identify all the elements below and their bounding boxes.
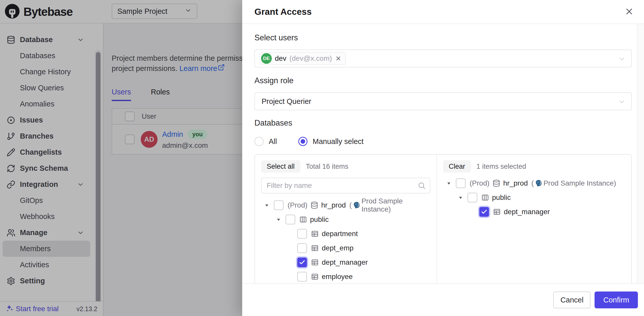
- tree-caret[interactable]: [265, 201, 274, 210]
- checkbox-hr-prod[interactable]: [456, 178, 466, 188]
- environment-label: (Prod): [288, 201, 307, 209]
- remove-user-icon[interactable]: [335, 55, 342, 62]
- avatar: DE: [261, 53, 272, 64]
- tree-node-name: public: [310, 215, 329, 224]
- tablegrid-icon: [311, 230, 319, 238]
- tablegrid-icon: [311, 244, 319, 252]
- clear-button[interactable]: Clear: [443, 160, 471, 173]
- checkbox-dept-manager[interactable]: [479, 207, 489, 217]
- databases-radio-group: All Manually select: [254, 137, 632, 146]
- checkbox-hr-prod[interactable]: [274, 200, 284, 210]
- instance-label: Prod Sample Instance): [362, 197, 430, 213]
- chevron-down-icon: [618, 98, 626, 106]
- tree-caret-spacer: [288, 258, 297, 267]
- database-icon: [311, 201, 318, 209]
- filter-by-name-input[interactable]: [261, 178, 430, 193]
- assign-role-select[interactable]: Project Querier: [254, 92, 632, 110]
- tree-caret-spacer: [288, 244, 297, 253]
- tree-node-name: public: [492, 193, 511, 202]
- selected-count-label: 1 items selected: [476, 163, 526, 171]
- selected-user-email: (dev@x.com): [289, 54, 332, 63]
- tree-caret-spacer: [288, 229, 297, 238]
- caret-icon: [458, 196, 463, 200]
- select-users-label: Select users: [254, 33, 632, 42]
- database-icon: [493, 179, 500, 187]
- checkbox-public[interactable]: [286, 215, 295, 224]
- modal-scrollbar-track[interactable]: [637, 24, 644, 283]
- tree-row-dept-emp: dept_emp: [261, 241, 430, 255]
- tree-row-employee: employee: [261, 270, 430, 284]
- tablegrid-icon: [311, 273, 319, 281]
- tree-caret-spacer: [288, 272, 297, 281]
- tree-node-name: department: [322, 230, 358, 238]
- selected-user-name: dev: [275, 54, 286, 63]
- checkbox-dept-emp[interactable]: [297, 243, 307, 253]
- checkbox-public[interactable]: [468, 193, 477, 202]
- tree-row-dept-manager: dept_manager: [261, 255, 430, 270]
- x-icon: [335, 55, 342, 62]
- tree-row-public: public: [443, 190, 625, 205]
- radio-manually-select[interactable]: [298, 137, 307, 146]
- modal-footer: Cancel Confirm: [242, 283, 644, 316]
- close-icon[interactable]: [624, 6, 635, 17]
- tree-node-name: employee: [322, 273, 353, 281]
- radio-manually-select-label: Manually select: [313, 137, 364, 146]
- modal-header: Grant Access: [242, 0, 644, 24]
- tree-node-name: dept_manager: [322, 258, 368, 266]
- radio-all[interactable]: [254, 137, 264, 146]
- selected-user-chip: DE dev (dev@x.com): [260, 52, 346, 65]
- tree-row-hr-prod: (Prod)hr_prod(Prod Sample Instance): [261, 198, 430, 212]
- tree-caret-spacer: [470, 207, 479, 216]
- target-tree: (Prod)hr_prod(Prod Sample Instance)publi…: [443, 176, 625, 219]
- chevron-down-icon: [618, 55, 626, 63]
- schema-icon: [299, 216, 307, 223]
- search-icon: [418, 181, 426, 190]
- chevron-down-icon: [618, 55, 626, 63]
- schema-icon: [481, 194, 489, 201]
- tree-node-name: dept_emp: [322, 244, 354, 252]
- checkbox-department[interactable]: [297, 229, 307, 239]
- select-all-button[interactable]: Select all: [261, 160, 300, 173]
- confirm-button[interactable]: Confirm: [595, 291, 638, 308]
- assign-role-value: Project Querier: [260, 97, 311, 106]
- postgres-icon: [353, 201, 360, 209]
- app-root: Bytebase Sample Project DatabaseDatabase…: [0, 0, 644, 316]
- radio-all-label: All: [269, 137, 277, 146]
- total-items-label: Total 16 items: [306, 163, 349, 171]
- postgres-icon: [535, 179, 543, 187]
- grant-access-modal: Grant Access Select users DE dev (dev@x.…: [242, 0, 644, 316]
- tree-caret[interactable]: [458, 193, 468, 202]
- instance-label: Prod Sample Instance): [544, 179, 616, 187]
- chevron-down-icon: [618, 98, 626, 106]
- tree-caret[interactable]: [447, 179, 456, 188]
- transfer-source-pane: Select all Total 16 items (Prod)hr_prod(…: [255, 155, 437, 284]
- source-tree: (Prod)hr_prod(Prod Sample Instance)publi…: [261, 198, 430, 284]
- cancel-button[interactable]: Cancel: [553, 291, 590, 308]
- tree-node-name: hr_prod: [321, 201, 346, 209]
- tablegrid-icon: [493, 208, 501, 216]
- tree-row-department: department: [261, 227, 430, 241]
- caret-icon: [265, 203, 269, 208]
- modal-title: Grant Access: [254, 7, 312, 17]
- tree-caret[interactable]: [276, 215, 286, 224]
- modal-body: Select users DE dev (dev@x.com) Assign r…: [242, 24, 644, 283]
- caret-icon: [276, 217, 281, 222]
- assign-role-label: Assign role: [254, 76, 632, 85]
- select-users-input[interactable]: DE dev (dev@x.com): [254, 50, 632, 67]
- checkbox-dept-manager[interactable]: [297, 258, 307, 267]
- tree-row-dept-manager: dept_manager: [443, 205, 625, 219]
- database-transfer-panel: Select all Total 16 items (Prod)hr_prod(…: [254, 154, 632, 285]
- filter-input-wrap: [261, 178, 430, 193]
- caret-icon: [447, 181, 451, 186]
- search-icon: [418, 181, 426, 190]
- tree-node-name: dept_manager: [504, 208, 550, 216]
- transfer-target-pane: Clear 1 items selected (Prod)hr_prod(Pro…: [437, 155, 631, 284]
- tree-row-public: public: [261, 212, 430, 227]
- tablegrid-icon: [311, 259, 319, 266]
- tree-node-name: hr_prod: [503, 179, 528, 187]
- environment-label: (Prod): [470, 179, 490, 187]
- checkbox-employee[interactable]: [297, 272, 307, 282]
- checkmark-icon: [299, 259, 305, 266]
- databases-label: Databases: [254, 118, 632, 128]
- checkmark-icon: [481, 209, 487, 215]
